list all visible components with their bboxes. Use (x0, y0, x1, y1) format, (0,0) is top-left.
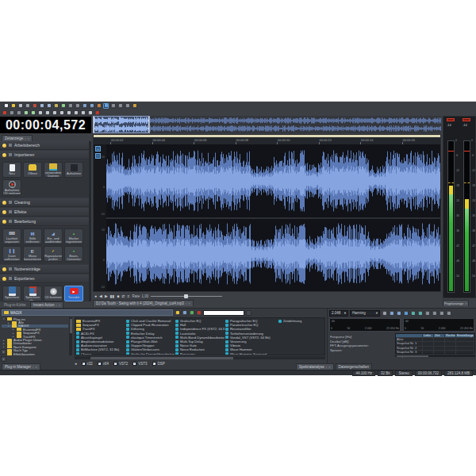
redo-icon[interactable] (396, 310, 401, 316)
wave-view-icon[interactable] (103, 103, 109, 109)
plugin-item[interactable]: Panorama (175, 352, 225, 356)
section-exportieren[interactable]: Exportieren (0, 274, 89, 283)
tile-speichern[interactable]: Speichern (2, 286, 21, 301)
pause-icon[interactable]: ▮▮ (110, 294, 115, 298)
expander-icon[interactable]: ▸ (13, 328, 15, 331)
tile-youtube[interactable]: ▶Youtube (64, 286, 83, 301)
copy-icon[interactable] (46, 103, 52, 109)
marker-next-icon[interactable] (87, 110, 93, 116)
tab-instant-action[interactable]: Instant Action▫× (30, 301, 64, 308)
pause-icon[interactable] (37, 110, 43, 116)
cut-icon[interactable] (39, 103, 44, 109)
rate-slider[interactable] (151, 296, 222, 297)
snapshot-1-icon[interactable] (410, 310, 416, 316)
expander-icon[interactable]: ▾ (3, 317, 6, 321)
expander-icon[interactable]: ▸ (13, 332, 15, 335)
trim-icon[interactable] (67, 103, 73, 109)
play-icon[interactable]: ▶ (105, 294, 108, 298)
dock-icon[interactable]: ▫ (56, 303, 57, 307)
go-to-start-icon[interactable] (52, 110, 57, 116)
tab-dateieigenschaften[interactable]: Dateieigenschaften (336, 363, 373, 370)
window-fn-dropdown[interactable]: Hanning▾ (350, 310, 380, 317)
bypass-icon[interactable]: ≡ (128, 294, 130, 298)
search-icon[interactable] (246, 310, 251, 316)
marker-prev-icon[interactable] (80, 110, 86, 116)
section-nutzereinträge[interactable]: Nutzereinträge (0, 265, 89, 274)
section-cleaning[interactable]: Cleaning (0, 198, 89, 207)
undo-icon[interactable] (82, 103, 87, 109)
zoom-in-button[interactable]: + (95, 146, 101, 152)
tile-mono-konvertieren[interactable]: ◧Mono konvertieren (23, 246, 42, 262)
loop-icon[interactable]: ● (94, 294, 97, 298)
snapshot-6-icon[interactable] (446, 310, 451, 316)
plugin-list-hscrollbar[interactable] (75, 356, 325, 359)
expander-icon[interactable]: ▸ (3, 342, 6, 345)
dock-icon[interactable]: ▫ (186, 301, 186, 305)
stop-icon[interactable]: ■ (117, 294, 119, 298)
overview-waveform[interactable] (93, 116, 441, 133)
tab-zeitanzeige[interactable]: Zeitanzeige ▫ × (2, 135, 33, 141)
tile-datei-auftrennen[interactable]: ▌▐Datei auftrennen (2, 246, 21, 262)
tile-speichern-als-[interactable]: Speichern als... (23, 286, 42, 301)
compare-icon[interactable]: ⇄ (121, 294, 125, 298)
stereo-waveform[interactable] (106, 144, 440, 291)
tile-reparaturen-pr-fen[interactable]: ✓Reparaturen prüfen (44, 246, 63, 262)
right-clip-indicator[interactable] (463, 118, 470, 121)
tab-plug-in-manager[interactable]: Plug-in Manager▫× (2, 363, 40, 370)
expander-icon[interactable]: ▸ (3, 339, 6, 342)
dock-icon[interactable]: ▫ (33, 365, 33, 369)
redo-icon[interactable] (89, 103, 94, 109)
undo-icon[interactable] (389, 310, 394, 316)
tile-marker-registrieren[interactable]: ▲Marker registrieren (64, 228, 83, 244)
tile-aufnahme[interactable]: Aufnahme (64, 162, 83, 178)
close-icon[interactable]: × (28, 136, 29, 140)
refresh-icon[interactable] (182, 310, 187, 316)
tile-cd-brennen[interactable]: CD brennen (44, 286, 63, 301)
plugin-tree-scrollbar[interactable] (69, 317, 72, 355)
tab-plug-in-k-rbe[interactable]: Plug-in-Körbe (2, 302, 29, 308)
save-as-icon[interactable] (25, 103, 30, 109)
delete-icon[interactable] (196, 310, 202, 316)
snapshot-2-icon[interactable] (417, 310, 423, 316)
section-effekte[interactable]: Effekte (0, 208, 89, 217)
close-icon[interactable]: × (328, 365, 330, 369)
file-tab[interactable]: DJ Da Tooth - Swing with it 4 (2024)_Ori… (93, 300, 194, 306)
refresh-icon[interactable] (96, 103, 102, 109)
loop-play-icon[interactable] (9, 110, 14, 116)
new-file-icon[interactable] (3, 103, 9, 109)
display-mode-icon[interactable] (403, 310, 409, 316)
stop-icon[interactable] (44, 110, 50, 116)
dock-icon[interactable]: ▫ (326, 365, 327, 369)
new-folder-icon[interactable] (175, 310, 180, 316)
close-transport-icon[interactable] (94, 110, 100, 116)
expander-icon[interactable]: ▸ (3, 345, 6, 348)
marker-icon[interactable] (75, 103, 80, 109)
save-icon[interactable] (17, 103, 23, 109)
tile-ein-und-ausblenden[interactable]: ◢Ein- und ausblenden (44, 228, 63, 244)
expander-icon[interactable]: ▾ (8, 324, 10, 328)
snapshot-table[interactable]: LinksZeitRechtsEinstellungenAktiv:Snapsh… (395, 333, 475, 354)
plugin-item[interactable]: Wave Hammer Surround (225, 352, 278, 356)
rewind-icon[interactable] (59, 110, 64, 116)
tile-verwendete-dateien[interactable]: verwendete Dateien (44, 162, 63, 178)
play-from-start-icon[interactable] (23, 110, 29, 116)
snapshot-5-icon[interactable] (439, 310, 444, 316)
zoom-out-button[interactable]: − (95, 153, 101, 159)
section-importieren[interactable]: Importieren (0, 151, 89, 159)
expander-icon[interactable]: ▸ (8, 321, 10, 324)
tile-aufnahme-cd-einlesen[interactable]: Aufnahme CD einlesen (2, 179, 21, 195)
help-icon[interactable] (132, 103, 137, 109)
sidebar-scrollbar[interactable] (89, 141, 91, 301)
go-to-end-icon[interactable] (73, 110, 79, 116)
close-file-icon[interactable] (32, 103, 37, 109)
close-icon[interactable]: × (188, 301, 190, 305)
rate-slider-thumb[interactable] (184, 294, 188, 298)
close-icon[interactable]: × (465, 301, 466, 305)
tile-neu[interactable]: Neu (2, 162, 21, 178)
move-up-icon[interactable] (189, 310, 194, 316)
tab-spektralanalyse[interactable]: Spektralanalyse▫× (296, 363, 334, 370)
dock-icon[interactable]: ▫ (25, 136, 25, 140)
plugin-search-input[interactable] (203, 310, 244, 316)
close-icon[interactable]: × (35, 365, 36, 369)
open-folder-icon[interactable] (10, 103, 16, 109)
